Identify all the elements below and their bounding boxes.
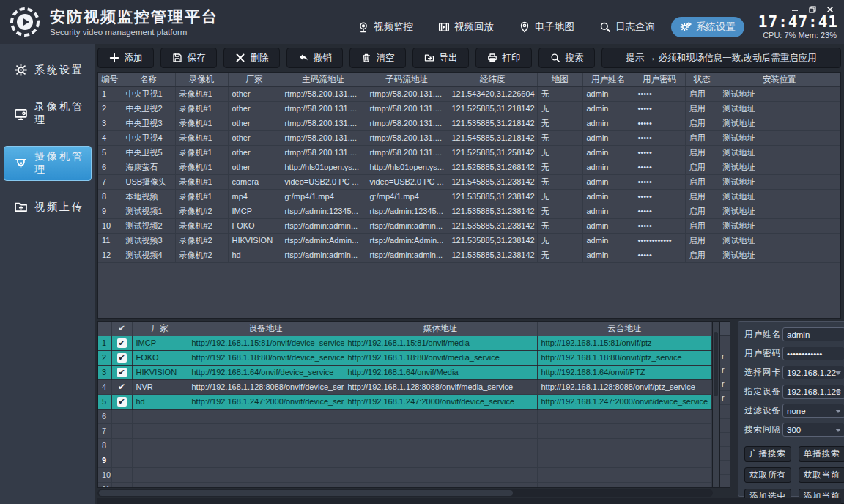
toolbar-button-保存[interactable]: 保存 <box>160 48 217 68</box>
device-table-row[interactable]: 4✔NVRhttp://192.168.1.128:8088/onvif/dev… <box>98 379 712 394</box>
table-cell: FOKO <box>132 350 188 365</box>
table-row[interactable]: 5中央卫视5录像机#1otherrtmp://58.200.131....rtm… <box>98 145 840 160</box>
table-cell: 无 <box>537 174 582 189</box>
device-table-row[interactable]: 2✔FOKOhttp://192.168.1.18:80/onvif/devic… <box>98 350 712 365</box>
plus-icon <box>109 53 119 63</box>
table-cell: NVR <box>132 379 188 394</box>
table-cell <box>537 423 712 438</box>
sidebar-item-录像机管理[interactable]: 录像机管理 <box>4 96 92 131</box>
checkbox-cell <box>111 438 132 453</box>
table-cell: 测试地址 <box>719 204 840 218</box>
device-table-row[interactable]: 7 <box>98 423 712 438</box>
row-number: 10 <box>98 467 111 482</box>
device-table-row[interactable]: 11 <box>98 482 712 488</box>
device-table-row[interactable]: 1✔IMCPhttp://192.168.1.15:81/onvif/devic… <box>98 336 712 350</box>
panel-button-获取所有[interactable]: 获取所有 <box>744 467 791 483</box>
table-cell: rtsp://admin:12345... <box>281 204 366 218</box>
horizontal-scrollbar-thumb[interactable] <box>99 490 513 496</box>
toolbar-button-撤销[interactable]: 撤销 <box>286 48 343 68</box>
nav-item-系统设置[interactable]: 系统设置 <box>671 17 744 37</box>
target-device-select[interactable]: 192.168.1.128 <box>782 385 844 399</box>
table-cell: 5 <box>98 145 122 160</box>
table-cell: rtmp://58.200.131.... <box>366 101 448 116</box>
table-cell: 录像机#2 <box>175 218 228 233</box>
column-header: 地图 <box>537 73 582 86</box>
device-table-row[interactable]: 9 <box>98 453 712 467</box>
checkbox[interactable]: ✔ <box>117 353 127 363</box>
device-table-row[interactable]: 8 <box>98 438 712 453</box>
table-row[interactable]: 3中央卫视3录像机#1otherrtmp://58.200.131....rtm… <box>98 116 840 130</box>
field-label: 用户姓名 <box>744 329 782 340</box>
toolbar-button-导出[interactable]: 导出 <box>412 48 469 68</box>
table-row[interactable]: 8本地视频录像机#1mp4g:/mp4/1.mp4g:/mp4/1.mp4121… <box>98 189 840 204</box>
camera-table-container: 编号名称录像机厂家主码流地址子码流地址经纬度地图用户姓名用户密码状态安装位置 1… <box>97 72 841 319</box>
device-table-row[interactable]: 10 <box>98 467 712 482</box>
toolbar-button-清空[interactable]: 清空 <box>349 48 406 68</box>
restore-icon[interactable] <box>809 6 816 13</box>
table-row[interactable]: 11测试视频3录像机#2HIKVISIONrtsp://admin:Admin.… <box>98 233 840 248</box>
device-table-vertical-scrollbar[interactable] <box>713 321 720 488</box>
filter-device-select[interactable]: none <box>782 404 844 418</box>
table-cell: 测试地址 <box>719 116 840 130</box>
table-row[interactable]: 7USB摄像头录像机#1cameravideo=USB2.0 PC ...vid… <box>98 174 840 189</box>
page-subtitle: Security video management platform <box>50 28 218 37</box>
checkbox-cell <box>111 453 132 467</box>
table-row[interactable]: 9测试视频1录像机#2IMCPrtsp://admin:12345...rtsp… <box>98 204 840 218</box>
toolbar-button-添加[interactable]: 添加 <box>97 48 154 68</box>
sidebar-item-摄像机管理[interactable]: 摄像机管理 <box>4 146 92 181</box>
nav-item-电子地图[interactable]: 电子地图 <box>510 17 583 37</box>
row-number: 9 <box>98 453 111 467</box>
toolbar-button-打印[interactable]: 打印 <box>475 48 532 68</box>
gear-icon <box>14 63 28 77</box>
table-cell: hd <box>228 248 281 262</box>
table-row[interactable]: 10测试视频2录像机#2FOKOrtsp://admin:admin...rts… <box>98 218 840 233</box>
username-field[interactable]: admin <box>782 327 844 341</box>
toolbar-button-label: 搜索 <box>566 52 584 64</box>
panel-button-获取当前[interactable]: 获取当前 <box>799 467 844 483</box>
minimize-icon[interactable] <box>791 6 799 13</box>
table-cell <box>132 482 188 488</box>
table-row[interactable]: 6海康萤石录像机#1otherhttp://hls01open.ys...htt… <box>98 160 840 174</box>
table-cell: 录像机#1 <box>175 116 228 130</box>
checkbox[interactable]: ✔ <box>117 397 127 407</box>
table-row[interactable]: 2中央卫视2录像机#1otherrtmp://58.200.131....rtm… <box>98 101 840 116</box>
device-table-row[interactable]: 3✔HIKVISIONhttp://192.168.1.64/onvif/dev… <box>98 365 712 379</box>
close-icon[interactable] <box>826 6 834 13</box>
delete-icon <box>235 53 245 63</box>
device-table-horizontal-scrollbar[interactable] <box>97 489 713 497</box>
sidebar-item-视频上传[interactable]: 视频上传 <box>4 196 92 218</box>
toolbar-button-删除[interactable]: 删除 <box>223 48 280 68</box>
undo-icon <box>298 53 308 63</box>
table-cell: 测试地址 <box>719 160 840 174</box>
panel-button-单播搜索[interactable]: 单播搜索 <box>799 446 844 462</box>
toolbar-button-label: 保存 <box>188 52 206 64</box>
nav-item-label: 视频回放 <box>454 21 494 34</box>
table-row[interactable]: 12测试视频4录像机#2hdrtsp://admin:admin...rtsp:… <box>98 248 840 262</box>
search-interval-select[interactable]: 300 <box>782 423 844 437</box>
checkbox[interactable]: ✔ <box>117 368 127 377</box>
column-header <box>98 322 111 336</box>
column-header: 经纬度 <box>448 73 537 86</box>
vertical-scrollbar-thumb[interactable] <box>714 332 718 396</box>
table-cell: 录像机#1 <box>175 130 228 145</box>
device-table-row[interactable]: 5✔hdhttp://192.168.1.247:2000/onvif/devi… <box>98 394 712 409</box>
password-field[interactable]: •••••••••••• <box>782 346 844 360</box>
checkbox[interactable]: ✔ <box>117 338 127 348</box>
network-card-select[interactable]: 192.168.1.22 <box>782 366 844 379</box>
nav-item-视频监控[interactable]: 视频监控 <box>349 17 422 37</box>
panel-button-广播搜索[interactable]: 广播搜索 <box>744 446 791 462</box>
table-row[interactable]: 1中央卫视1录像机#1otherrtmp://58.200.131....rtm… <box>98 86 840 101</box>
nav-item-日志查询[interactable]: 日志查询 <box>591 17 664 37</box>
device-table-row[interactable]: 6 <box>98 409 712 423</box>
table-cell: http://192.168.1.247:2000/onvif/device_s… <box>344 394 537 409</box>
table-cell: g:/mp4/1.mp4 <box>281 189 366 204</box>
digital-clock: 17:47:41 <box>758 14 838 30</box>
nav-item-视频回放[interactable]: 视频回放 <box>429 17 503 37</box>
checkbox-cell: ✔ <box>111 365 132 379</box>
table-row[interactable]: 4中央卫视4录像机#1otherrtmp://58.200.131....rtm… <box>98 130 840 145</box>
sidebar-item-系统设置[interactable]: 系统设置 <box>4 59 92 81</box>
table-cell: other <box>228 101 281 116</box>
clipped-cell <box>720 475 730 488</box>
toolbar-button-搜索[interactable]: 搜索 <box>538 48 595 68</box>
check-icon[interactable]: ✔ <box>118 382 125 392</box>
